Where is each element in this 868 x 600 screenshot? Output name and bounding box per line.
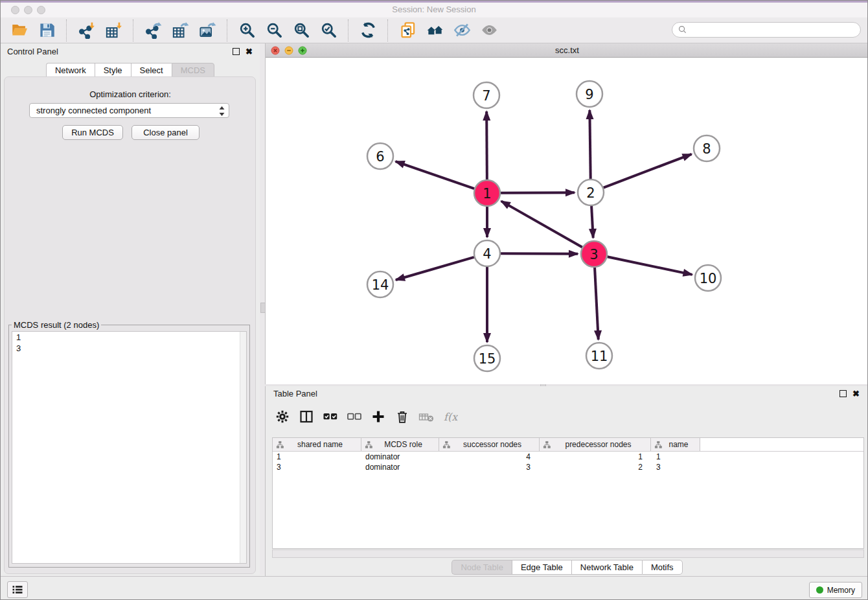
vertical-splitter[interactable] (260, 43, 265, 575)
save-session-icon[interactable] (37, 21, 56, 40)
graph-edge-3-10[interactable] (608, 257, 692, 275)
graph-node-10[interactable]: 10 (695, 265, 721, 291)
first-neighbors-icon[interactable] (425, 21, 444, 40)
float-panel-icon[interactable] (839, 390, 847, 397)
graph-node-15[interactable]: 15 (474, 345, 500, 371)
table-body: 1dominator4113dominator323 (273, 452, 863, 472)
import-table-icon[interactable] (104, 21, 123, 40)
graph-node-3[interactable]: 3 (581, 241, 607, 267)
graph-edge-2-9[interactable] (589, 110, 590, 179)
column-label: predecessor nodes (551, 440, 650, 449)
column-header-name[interactable]: name (651, 438, 700, 451)
export-network-icon[interactable] (143, 21, 163, 40)
show-all-icon[interactable] (479, 21, 499, 40)
tab-network-table[interactable]: Network Table (571, 560, 642, 575)
node-label: 6 (376, 149, 384, 165)
tab-edge-table[interactable]: Edge Table (512, 560, 571, 575)
network-canvas[interactable]: 7968124314101511 (266, 58, 868, 384)
table-settings-icon[interactable] (273, 408, 291, 426)
table-cell[interactable]: 1 (540, 452, 651, 461)
tab-mcds[interactable]: MCDS (172, 63, 214, 78)
table-cell[interactable]: 1 (273, 452, 361, 461)
column-header-predecessor-nodes[interactable]: predecessor nodes (540, 438, 651, 451)
tab-style[interactable]: Style (95, 63, 131, 78)
graph-node-9[interactable]: 9 (577, 81, 602, 107)
network-graph[interactable]: 7968124314101511 (266, 58, 868, 384)
tab-network[interactable]: Network (46, 63, 95, 78)
tree-icon (543, 441, 551, 449)
split-panel-icon[interactable] (297, 408, 315, 426)
table-panel-controls: ✖ (839, 390, 860, 397)
run-mcds-button[interactable]: Run MCDS (62, 125, 123, 140)
zoom-in-icon[interactable] (237, 21, 257, 40)
open-file-icon[interactable] (10, 21, 29, 40)
memory-button[interactable]: Memory (809, 582, 862, 598)
table-cell[interactable]: 2 (540, 463, 651, 472)
network-window-titlebar[interactable]: scc.txt (266, 43, 868, 58)
graph-node-2[interactable]: 2 (578, 179, 604, 205)
zoom-fit-icon[interactable] (291, 21, 311, 40)
show-panels-button[interactable] (7, 581, 28, 598)
table-toolbar: f(x) (273, 408, 465, 426)
node-label: 1 (483, 186, 491, 202)
import-network-icon[interactable] (76, 21, 96, 40)
zoom-selected-icon[interactable] (319, 21, 338, 40)
mcds-result-text[interactable]: 13 (12, 331, 247, 564)
select-all-icon[interactable] (321, 408, 339, 426)
network-view-window: scc.txt 7968124314101511 (265, 43, 868, 384)
graph-node-1[interactable]: 1 (474, 180, 500, 206)
table-cell[interactable]: 3 (651, 463, 700, 472)
hide-selected-icon[interactable] (452, 21, 472, 40)
table-cell[interactable]: dominator (361, 452, 439, 461)
graph-edge-1-2[interactable] (501, 192, 575, 193)
export-image-icon[interactable] (198, 21, 217, 40)
zoom-out-icon[interactable] (264, 21, 284, 40)
tab-node-table[interactable]: Node Table (451, 560, 512, 575)
table-cell[interactable]: 1 (651, 452, 700, 461)
search-input[interactable] (691, 25, 860, 35)
table-cell[interactable]: 4 (439, 452, 540, 461)
application-window: Session: New Session Control Panel ✖ Net… (0, 0, 868, 600)
graph-edge-3-1[interactable] (501, 201, 582, 247)
mcds-scrollbar[interactable] (240, 332, 246, 563)
table-row[interactable]: 3dominator323 (273, 462, 863, 472)
search-box[interactable] (672, 22, 861, 38)
graph-node-11[interactable]: 11 (586, 343, 612, 369)
control-panel-tabs: NetworkStyleSelectMCDS (1, 63, 260, 78)
clone-network-icon[interactable] (398, 21, 417, 40)
close-panel-icon[interactable]: ✖ (852, 390, 860, 397)
graph-edge-2-8[interactable] (604, 154, 692, 188)
column-header-MCDS-role[interactable]: MCDS role (361, 438, 439, 451)
close-panel-button[interactable]: Close panel (131, 125, 200, 140)
table-row[interactable]: 1dominator411 (273, 452, 863, 462)
delete-row-icon[interactable] (393, 408, 411, 426)
node-label: 9 (585, 87, 593, 102)
table-horizontal-scrollbar[interactable] (272, 549, 864, 558)
graph-edge-4-3[interactable] (501, 253, 578, 254)
add-row-icon[interactable] (369, 408, 387, 426)
criterion-dropdown[interactable]: strongly connected component (29, 103, 229, 118)
graph-node-4[interactable]: 4 (474, 240, 500, 266)
graph-edge-1-7[interactable] (486, 111, 487, 179)
deselect-all-icon[interactable] (345, 408, 363, 426)
table-cell[interactable]: 3 (273, 463, 361, 472)
graph-edge-3-11[interactable] (595, 268, 599, 340)
float-panel-icon[interactable] (233, 48, 240, 55)
apply-preferred-layout-icon[interactable] (358, 21, 378, 40)
tab-select[interactable]: Select (131, 63, 172, 78)
column-header-successor-nodes[interactable]: successor nodes (439, 438, 540, 451)
tab-motifs[interactable]: Motifs (642, 560, 683, 575)
close-panel-icon[interactable]: ✖ (246, 48, 253, 55)
graph-node-7[interactable]: 7 (474, 82, 499, 108)
graph-edge-4-14[interactable] (396, 257, 474, 280)
graph-node-8[interactable]: 8 (694, 135, 720, 161)
os-titlebar: Session: New Session (1, 1, 867, 18)
graph-edge-2-3[interactable] (591, 206, 593, 238)
table-cell[interactable]: 3 (439, 463, 540, 472)
column-header-shared-name[interactable]: shared name (273, 438, 361, 451)
graph-node-14[interactable]: 14 (367, 271, 393, 297)
graph-edge-1-6[interactable] (396, 161, 475, 189)
graph-node-6[interactable]: 6 (367, 143, 393, 169)
table-cell[interactable]: dominator (361, 463, 439, 472)
export-table-icon[interactable] (170, 21, 190, 40)
